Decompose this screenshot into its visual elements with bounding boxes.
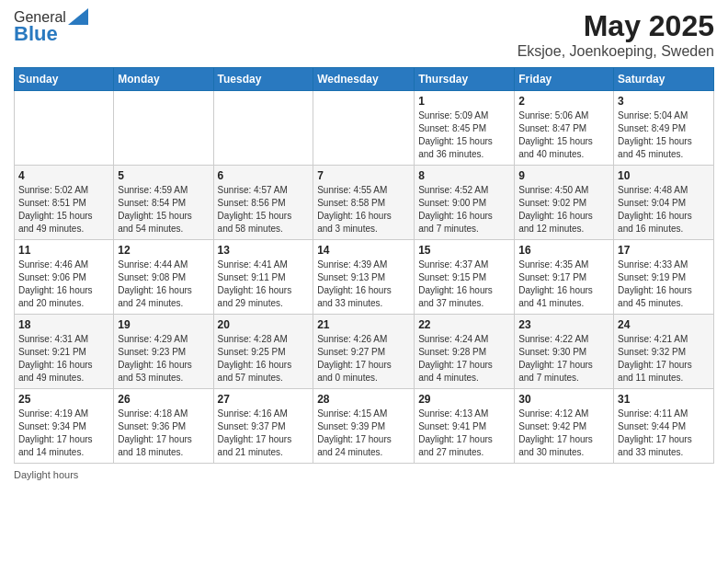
- day-cell: 16Sunrise: 4:35 AMSunset: 9:17 PMDayligh…: [515, 240, 614, 315]
- day-cell: 19Sunrise: 4:29 AMSunset: 9:23 PMDayligh…: [114, 315, 213, 389]
- col-thursday: Thursday: [415, 68, 515, 91]
- day-info: Sunrise: 4:50 AMSunset: 9:02 PMDaylight:…: [518, 184, 609, 236]
- day-info: Sunrise: 4:44 AMSunset: 9:08 PMDaylight:…: [118, 259, 209, 310]
- day-number: 24: [618, 318, 710, 331]
- day-number: 21: [317, 318, 410, 331]
- day-number: 22: [418, 318, 510, 331]
- day-cell: [313, 91, 415, 166]
- col-sunday: Sunday: [15, 68, 114, 91]
- day-number: 9: [518, 169, 609, 182]
- day-info: Sunrise: 4:57 AMSunset: 8:56 PMDaylight:…: [218, 184, 310, 236]
- svg-marker-0: [68, 8, 88, 25]
- day-cell: 3Sunrise: 5:04 AMSunset: 8:49 PMDaylight…: [614, 91, 714, 166]
- day-cell: [15, 91, 114, 166]
- day-info: Sunrise: 4:21 AMSunset: 9:32 PMDaylight:…: [618, 333, 710, 385]
- day-number: 31: [618, 393, 710, 406]
- day-number: 7: [317, 169, 410, 182]
- day-cell: 7Sunrise: 4:55 AMSunset: 8:58 PMDaylight…: [313, 166, 415, 240]
- day-number: 18: [18, 318, 109, 331]
- day-info: Sunrise: 5:06 AMSunset: 8:47 PMDaylight:…: [518, 109, 609, 161]
- col-wednesday: Wednesday: [313, 68, 415, 91]
- day-number: 5: [118, 169, 209, 182]
- calendar-body: 1Sunrise: 5:09 AMSunset: 8:45 PMDaylight…: [15, 91, 714, 464]
- day-number: 16: [518, 244, 609, 257]
- day-cell: 13Sunrise: 4:41 AMSunset: 9:11 PMDayligh…: [213, 240, 313, 315]
- daylight-hours-label: Daylight hours: [14, 469, 78, 480]
- col-tuesday: Tuesday: [213, 68, 313, 91]
- day-info: Sunrise: 4:26 AMSunset: 9:27 PMDaylight:…: [317, 333, 410, 385]
- day-info: Sunrise: 4:24 AMSunset: 9:28 PMDaylight:…: [418, 333, 510, 385]
- day-info: Sunrise: 4:13 AMSunset: 9:41 PMDaylight:…: [418, 408, 510, 459]
- day-number: 23: [518, 318, 609, 331]
- week-row-0: 1Sunrise: 5:09 AMSunset: 8:45 PMDaylight…: [15, 91, 714, 166]
- day-number: 15: [418, 244, 510, 257]
- day-cell: 29Sunrise: 4:13 AMSunset: 9:41 PMDayligh…: [415, 389, 515, 464]
- day-number: 12: [118, 244, 209, 257]
- day-cell: 14Sunrise: 4:39 AMSunset: 9:13 PMDayligh…: [313, 240, 415, 315]
- day-cell: 11Sunrise: 4:46 AMSunset: 9:06 PMDayligh…: [15, 240, 114, 315]
- day-cell: 12Sunrise: 4:44 AMSunset: 9:08 PMDayligh…: [114, 240, 213, 315]
- day-cell: 20Sunrise: 4:28 AMSunset: 9:25 PMDayligh…: [213, 315, 313, 389]
- day-number: 13: [218, 244, 310, 257]
- day-number: 10: [618, 169, 710, 182]
- day-cell: [213, 91, 313, 166]
- day-info: Sunrise: 4:55 AMSunset: 8:58 PMDaylight:…: [317, 184, 410, 236]
- day-cell: 23Sunrise: 4:22 AMSunset: 9:30 PMDayligh…: [515, 315, 614, 389]
- day-cell: 18Sunrise: 4:31 AMSunset: 9:21 PMDayligh…: [15, 315, 114, 389]
- day-number: 4: [18, 169, 109, 182]
- calendar-header: Sunday Monday Tuesday Wednesday Thursday…: [15, 68, 714, 91]
- day-cell: 8Sunrise: 4:52 AMSunset: 9:00 PMDaylight…: [415, 166, 515, 240]
- week-row-4: 25Sunrise: 4:19 AMSunset: 9:34 PMDayligh…: [15, 389, 714, 464]
- day-info: Sunrise: 4:33 AMSunset: 9:19 PMDaylight:…: [618, 259, 710, 310]
- day-cell: 17Sunrise: 4:33 AMSunset: 9:19 PMDayligh…: [614, 240, 714, 315]
- header: General Blue May 2025 Eksjoe, Joenkoepin…: [14, 9, 714, 60]
- col-monday: Monday: [114, 68, 213, 91]
- day-info: Sunrise: 4:11 AMSunset: 9:44 PMDaylight:…: [618, 408, 710, 459]
- col-friday: Friday: [515, 68, 614, 91]
- day-info: Sunrise: 4:18 AMSunset: 9:36 PMDaylight:…: [118, 408, 209, 459]
- day-number: 11: [18, 244, 109, 257]
- day-info: Sunrise: 4:15 AMSunset: 9:39 PMDaylight:…: [317, 408, 410, 459]
- day-info: Sunrise: 4:59 AMSunset: 8:54 PMDaylight:…: [118, 184, 209, 236]
- calendar-title: May 2025: [518, 9, 714, 43]
- calendar-subtitle: Eksjoe, Joenkoeping, Sweden: [518, 43, 714, 60]
- day-info: Sunrise: 4:35 AMSunset: 9:17 PMDaylight:…: [518, 259, 609, 310]
- logo-blue-text: Blue: [14, 22, 58, 46]
- day-info: Sunrise: 4:28 AMSunset: 9:25 PMDaylight:…: [218, 333, 310, 385]
- logo-icon: [68, 8, 88, 25]
- day-info: Sunrise: 4:46 AMSunset: 9:06 PMDaylight:…: [18, 259, 109, 310]
- day-number: 27: [218, 393, 310, 406]
- calendar-table: Sunday Monday Tuesday Wednesday Thursday…: [14, 67, 714, 464]
- day-cell: 10Sunrise: 4:48 AMSunset: 9:04 PMDayligh…: [614, 166, 714, 240]
- day-cell: 6Sunrise: 4:57 AMSunset: 8:56 PMDaylight…: [213, 166, 313, 240]
- day-info: Sunrise: 4:16 AMSunset: 9:37 PMDaylight:…: [218, 408, 310, 459]
- day-number: 1: [418, 95, 510, 108]
- day-cell: 27Sunrise: 4:16 AMSunset: 9:37 PMDayligh…: [213, 389, 313, 464]
- day-info: Sunrise: 4:39 AMSunset: 9:13 PMDaylight:…: [317, 259, 410, 310]
- day-cell: 15Sunrise: 4:37 AMSunset: 9:15 PMDayligh…: [415, 240, 515, 315]
- logo: General Blue: [14, 9, 88, 46]
- day-number: 3: [618, 95, 710, 108]
- footer: Daylight hours: [14, 469, 714, 480]
- week-row-1: 4Sunrise: 5:02 AMSunset: 8:51 PMDaylight…: [15, 166, 714, 240]
- day-info: Sunrise: 5:09 AMSunset: 8:45 PMDaylight:…: [418, 109, 510, 161]
- day-cell: 9Sunrise: 4:50 AMSunset: 9:02 PMDaylight…: [515, 166, 614, 240]
- page-container: General Blue May 2025 Eksjoe, Joenkoepin…: [0, 0, 728, 489]
- day-cell: 2Sunrise: 5:06 AMSunset: 8:47 PMDaylight…: [515, 91, 614, 166]
- day-info: Sunrise: 4:52 AMSunset: 9:00 PMDaylight:…: [418, 184, 510, 236]
- header-row: Sunday Monday Tuesday Wednesday Thursday…: [15, 68, 714, 91]
- day-number: 28: [317, 393, 410, 406]
- col-saturday: Saturday: [614, 68, 714, 91]
- day-info: Sunrise: 5:04 AMSunset: 8:49 PMDaylight:…: [618, 109, 710, 161]
- day-cell: 26Sunrise: 4:18 AMSunset: 9:36 PMDayligh…: [114, 389, 213, 464]
- day-number: 2: [518, 95, 609, 108]
- day-info: Sunrise: 4:22 AMSunset: 9:30 PMDaylight:…: [518, 333, 609, 385]
- day-cell: 30Sunrise: 4:12 AMSunset: 9:42 PMDayligh…: [515, 389, 614, 464]
- day-info: Sunrise: 4:19 AMSunset: 9:34 PMDaylight:…: [18, 408, 109, 459]
- day-info: Sunrise: 4:31 AMSunset: 9:21 PMDaylight:…: [18, 333, 109, 385]
- title-block: May 2025 Eksjoe, Joenkoeping, Sweden: [518, 9, 714, 60]
- day-number: 26: [118, 393, 209, 406]
- day-number: 25: [18, 393, 109, 406]
- day-cell: 24Sunrise: 4:21 AMSunset: 9:32 PMDayligh…: [614, 315, 714, 389]
- day-cell: 22Sunrise: 4:24 AMSunset: 9:28 PMDayligh…: [415, 315, 515, 389]
